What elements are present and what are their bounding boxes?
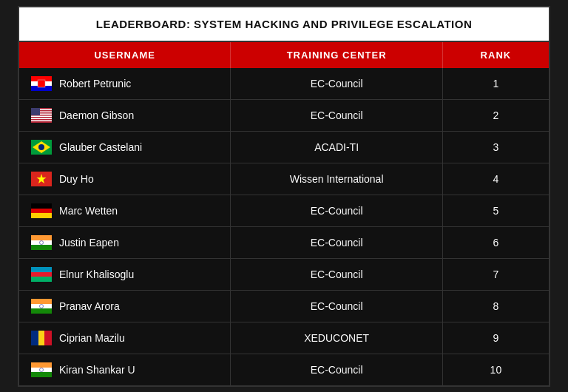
table-row: Elnur Khalisoglu EC-Council 7 <box>19 259 549 291</box>
svg-rect-12 <box>31 108 40 115</box>
username-text: Daemon Gibson <box>59 109 134 121</box>
svg-rect-25 <box>31 267 52 272</box>
rank-cell: 1 <box>443 68 549 99</box>
training-center-cell: EC-Council <box>231 68 442 99</box>
rank-cell: 10 <box>443 354 549 385</box>
rank-cell: 9 <box>443 322 549 354</box>
svg-rect-9 <box>31 115 52 117</box>
header-training-center: TRAINING CENTER <box>231 42 442 68</box>
rank-cell: 2 <box>443 100 549 131</box>
training-center-cell: EC-Council <box>231 195 442 226</box>
flag-icon <box>31 267 52 282</box>
flag-icon <box>31 172 52 186</box>
table-row: Daemon Gibson EC-Council 2 <box>19 100 549 132</box>
svg-rect-19 <box>31 209 52 213</box>
flag-icon <box>31 108 52 123</box>
svg-rect-3 <box>38 80 45 87</box>
training-center-cell: XEDUCONET <box>231 322 442 354</box>
svg-rect-20 <box>31 213 52 218</box>
flag-icon <box>31 235 52 250</box>
header-username: USERNAME <box>19 42 231 68</box>
svg-rect-23 <box>31 245 52 250</box>
svg-rect-29 <box>31 304 52 308</box>
flag-icon <box>31 140 52 155</box>
rank-cell: 3 <box>443 132 549 163</box>
training-center-cell: EC-Council <box>231 227 442 258</box>
rank-cell: 5 <box>443 195 549 226</box>
training-center-cell: EC-Council <box>231 291 442 322</box>
username-cell: Marc Wetten <box>19 195 231 226</box>
username-cell: Robert Petrunic <box>19 68 231 99</box>
svg-rect-26 <box>31 272 52 277</box>
svg-point-15 <box>38 144 44 150</box>
training-center-cell: EC-Council <box>231 100 442 131</box>
rank-cell: 8 <box>443 291 549 322</box>
flag-icon <box>31 76 52 91</box>
username-cell: Pranav Arora <box>19 291 231 322</box>
rank-cell: 7 <box>443 259 549 290</box>
svg-rect-27 <box>31 277 52 282</box>
flag-icon <box>31 299 52 314</box>
flag-icon <box>31 331 52 345</box>
table-row: Glauber Castelani ACADI-TI 3 <box>19 132 549 163</box>
svg-rect-36 <box>31 368 52 372</box>
header-rank: RANK <box>443 42 549 68</box>
svg-rect-30 <box>31 308 52 314</box>
svg-rect-22 <box>31 240 52 245</box>
username-text: Glauber Castelani <box>59 141 142 153</box>
svg-rect-21 <box>31 235 52 240</box>
svg-rect-28 <box>31 299 52 304</box>
training-center-cell: EC-Council <box>231 354 442 385</box>
table-header: USERNAME TRAINING CENTER RANK <box>19 42 549 68</box>
table-row: Duy Ho Wissen International 4 <box>19 163 549 195</box>
leaderboard-container: LEADERBOARD: SYSTEM HACKING AND PRIVILEG… <box>18 6 550 387</box>
username-text: Ciprian Mazilu <box>59 332 125 344</box>
username-text: Kiran Shankar U <box>59 364 135 376</box>
svg-rect-34 <box>44 331 52 345</box>
username-cell: Elnur Khalisoglu <box>19 259 231 290</box>
username-cell: Ciprian Mazilu <box>19 322 231 354</box>
training-center-cell: Wissen International <box>231 163 442 195</box>
table-row: Ciprian Mazilu XEDUCONET 9 <box>19 322 549 354</box>
table-row: Justin Eapen EC-Council 6 <box>19 227 549 259</box>
table-row: Marc Wetten EC-Council 5 <box>19 195 549 227</box>
svg-rect-18 <box>31 203 52 209</box>
svg-rect-37 <box>31 372 52 377</box>
username-text: Justin Eapen <box>59 237 119 249</box>
username-text: Robert Petrunic <box>59 78 131 89</box>
username-cell: Justin Eapen <box>19 227 231 258</box>
rank-cell: 6 <box>443 227 549 258</box>
username-text: Pranav Arora <box>59 300 120 312</box>
username-cell: Daemon Gibson <box>19 100 231 131</box>
flag-icon <box>31 362 52 377</box>
svg-rect-35 <box>31 362 52 368</box>
training-center-cell: ACADI-TI <box>231 132 442 163</box>
svg-rect-10 <box>31 118 52 119</box>
username-text: Marc Wetten <box>59 205 118 217</box>
svg-rect-11 <box>31 120 52 121</box>
svg-rect-33 <box>38 331 44 345</box>
table-row: Robert Petrunic EC-Council 1 <box>19 68 549 100</box>
table-row: Kiran Shankar U EC-Council 10 <box>19 354 549 385</box>
flag-icon <box>31 203 52 218</box>
rank-cell: 4 <box>443 163 549 195</box>
svg-rect-32 <box>31 331 38 345</box>
username-text: Duy Ho <box>59 173 94 185</box>
username-cell: Kiran Shankar U <box>19 354 231 385</box>
table-row: Pranav Arora EC-Council 8 <box>19 291 549 322</box>
username-cell: Duy Ho <box>19 163 231 195</box>
training-center-cell: EC-Council <box>231 259 442 290</box>
table-body: Robert Petrunic EC-Council 1 Daemon Gibs… <box>19 68 549 385</box>
username-text: Elnur Khalisoglu <box>59 268 134 280</box>
leaderboard-title: LEADERBOARD: SYSTEM HACKING AND PRIVILEG… <box>19 7 549 42</box>
username-cell: Glauber Castelani <box>19 132 231 163</box>
